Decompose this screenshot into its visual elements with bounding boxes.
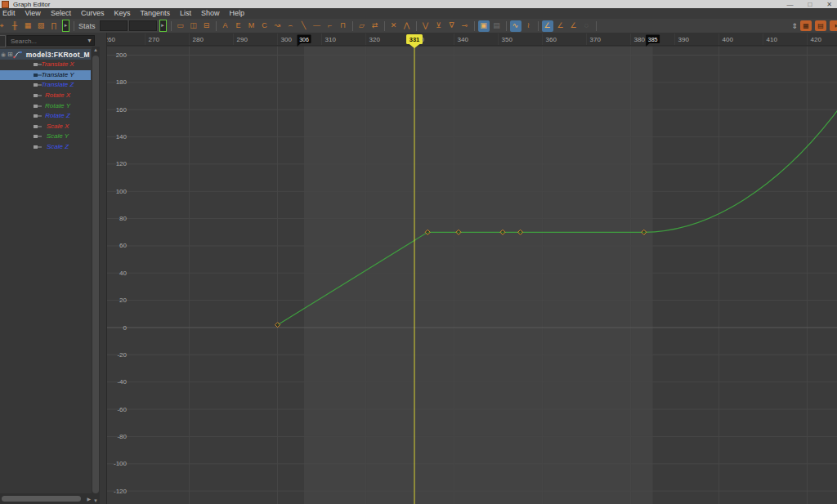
search-input[interactable] bbox=[9, 36, 86, 47]
ruler-tick-label: 280 bbox=[193, 36, 204, 43]
toolbar-section-toggle-left[interactable]: ▸ bbox=[62, 20, 69, 32]
channel-scale-y[interactable]: Scale Y bbox=[0, 132, 91, 142]
value-snap-button[interactable]: ⊸ bbox=[459, 20, 471, 32]
channel-translate-x[interactable]: Translate X bbox=[0, 60, 91, 70]
value-axis-label: 40 bbox=[119, 270, 127, 277]
insert-keys-tool[interactable]: ╫ bbox=[9, 20, 20, 32]
toolbar-separator bbox=[216, 21, 217, 31]
menu-help[interactable]: Help bbox=[224, 8, 249, 19]
anim-curve-node-icon bbox=[13, 51, 23, 59]
channel-scale-x[interactable]: Scale X bbox=[0, 122, 91, 132]
trax-editor-button[interactable]: ◑ bbox=[830, 20, 837, 31]
lattice-deform-keys-tool[interactable]: ▦ bbox=[22, 20, 34, 32]
value-axis-label: -20 bbox=[117, 351, 127, 359]
stats-label: Stats bbox=[78, 22, 96, 30]
channel-label: Scale X bbox=[25, 122, 91, 132]
break-tangents-button[interactable]: ✕ bbox=[388, 20, 400, 32]
lock-tangent-weight-button[interactable]: ⊻ bbox=[433, 20, 445, 32]
menu-show[interactable]: Show bbox=[196, 8, 225, 19]
vertical-scroll-thumb[interactable] bbox=[92, 56, 99, 493]
ruler-tick-label: 420 bbox=[811, 36, 822, 43]
bookmark-frame-label: 385 bbox=[648, 37, 658, 42]
auto-ease-tangent-button[interactable]: E bbox=[233, 20, 244, 32]
flat-tangent-button[interactable]: — bbox=[311, 20, 323, 32]
dope-sheet-button[interactable]: ▦ bbox=[800, 20, 812, 31]
step-tangent-button[interactable]: ⌐ bbox=[325, 20, 336, 32]
auto-mix-tangent-button[interactable]: M bbox=[246, 20, 257, 32]
menu-tangents[interactable]: Tangents bbox=[135, 8, 175, 19]
stats-time-field[interactable] bbox=[100, 20, 128, 31]
curve-view-mode-toggle[interactable]: ∠ bbox=[542, 20, 553, 32]
value-axis-label: -120 bbox=[114, 488, 128, 495]
toolbar-overflow[interactable]: ⇕ bbox=[790, 22, 799, 30]
channel-label: Scale Y bbox=[25, 132, 91, 141]
minimize-button[interactable]: — bbox=[786, 1, 793, 8]
search-dropdown-icon[interactable]: ▼ bbox=[87, 38, 92, 44]
time-snap-button[interactable]: ∇ bbox=[446, 20, 458, 32]
menu-list[interactable]: List bbox=[175, 8, 196, 19]
auto-custom-tangent-button[interactable]: C bbox=[259, 20, 271, 32]
buffer-curve-snapshot-button[interactable]: ▱ bbox=[356, 20, 368, 32]
frame-all-button[interactable]: ▭ bbox=[175, 20, 186, 32]
move-nearest-picked-key-tool[interactable]: ⌖ bbox=[0, 20, 7, 32]
plateau-tangent-button[interactable]: ⊓ bbox=[338, 20, 349, 32]
frame-playback-range-button[interactable]: ◫ bbox=[188, 20, 199, 32]
time-editor-button[interactable]: ▤ bbox=[815, 20, 826, 31]
outliner-horizontal-scrollbar[interactable]: ▶ bbox=[0, 493, 92, 504]
channel-translate-y[interactable]: Translate Y bbox=[0, 70, 91, 81]
normalized-curves-toggle[interactable]: ▤ bbox=[491, 20, 503, 32]
show-buffer-curves-toggle[interactable]: ∿ bbox=[510, 20, 521, 32]
retime-tool[interactable]: ∏ bbox=[48, 20, 60, 32]
stacked-curves-toggle[interactable]: ▣ bbox=[478, 20, 490, 32]
channel-rotate-z[interactable]: Rotate Z bbox=[0, 111, 91, 122]
menu-edit[interactable]: Edit bbox=[0, 8, 20, 19]
menu-curves[interactable]: Curves bbox=[76, 8, 110, 19]
toolbar-separator bbox=[538, 21, 539, 31]
center-current-time-button[interactable]: ⊟ bbox=[201, 20, 213, 32]
scroll-right-icon[interactable]: ▶ bbox=[87, 496, 91, 502]
value-axis-label: 100 bbox=[116, 188, 128, 195]
node-visibility-icon[interactable]: ◉ bbox=[1, 51, 6, 58]
channel-rotate-y[interactable]: Rotate Y bbox=[0, 100, 91, 111]
classic-curve-view-toggle[interactable]: ∠ bbox=[555, 20, 566, 32]
swap-buffer-display-toggle[interactable]: ≀ bbox=[523, 20, 535, 32]
menu-select[interactable]: Select bbox=[46, 8, 76, 19]
graph-view[interactable]: 200180160140120100806040200-20-40-60-80-… bbox=[107, 33, 837, 504]
swap-buffer-curve-button[interactable]: ⇄ bbox=[369, 20, 381, 32]
clamped-tangent-button[interactable]: ⌢ bbox=[285, 20, 297, 32]
tree-node-header[interactable]: ◉ ⊞ model3:FKRoot_M bbox=[0, 49, 91, 60]
menu-keys[interactable]: Keys bbox=[109, 8, 135, 19]
linear-tangent-button[interactable]: ╲ bbox=[298, 20, 310, 32]
auto-tangent-button[interactable]: A bbox=[220, 20, 231, 32]
value-axis-label: -60 bbox=[117, 406, 127, 413]
maximize-button[interactable]: □ bbox=[808, 1, 812, 8]
horizontal-scroll-thumb[interactable] bbox=[2, 496, 81, 502]
unify-tangents-button[interactable]: ⋀ bbox=[401, 20, 413, 32]
value-axis-label: 80 bbox=[119, 215, 127, 222]
channel-label: Rotate Z bbox=[25, 111, 91, 121]
curve-graph[interactable]: 200180160140120100806040200-20-40-60-80-… bbox=[107, 33, 837, 504]
value-axis-label: -80 bbox=[117, 433, 127, 440]
channel-translate-z[interactable]: Translate Z bbox=[0, 80, 91, 91]
value-axis-label: 60 bbox=[119, 242, 127, 249]
menu-view[interactable]: View bbox=[20, 8, 46, 19]
region-tool[interactable]: ▧ bbox=[35, 20, 47, 32]
toolbar-separator bbox=[416, 21, 417, 31]
expand-node-icon[interactable]: ⊞ bbox=[7, 51, 13, 58]
close-button[interactable]: ✕ bbox=[826, 1, 832, 8]
channel-rotate-x[interactable]: Rotate X bbox=[0, 91, 91, 101]
quick-curve-view-toggle[interactable]: ∠ bbox=[568, 20, 580, 32]
spline-tangent-button[interactable]: ↝ bbox=[272, 20, 284, 32]
ruler-tick-label: 410 bbox=[767, 36, 778, 43]
free-tangent-weight-button[interactable]: ⋁ bbox=[420, 20, 432, 32]
stats-value-field[interactable] bbox=[129, 20, 157, 31]
filter-icon[interactable] bbox=[0, 35, 6, 47]
outliner-vertical-scrollbar[interactable]: ▲ ▼ bbox=[92, 47, 100, 504]
scroll-up-icon[interactable]: ▲ bbox=[92, 47, 100, 52]
scroll-down-icon[interactable]: ▼ bbox=[92, 498, 100, 503]
ruler-tick-label: 300 bbox=[281, 36, 293, 43]
playback-range-band bbox=[304, 46, 653, 504]
zoom-lookup-toggle[interactable]: ◌ bbox=[581, 20, 593, 32]
toolbar-section-toggle-right[interactable]: ▸ bbox=[159, 20, 167, 32]
channel-scale-z[interactable]: Scale Z bbox=[0, 142, 91, 153]
